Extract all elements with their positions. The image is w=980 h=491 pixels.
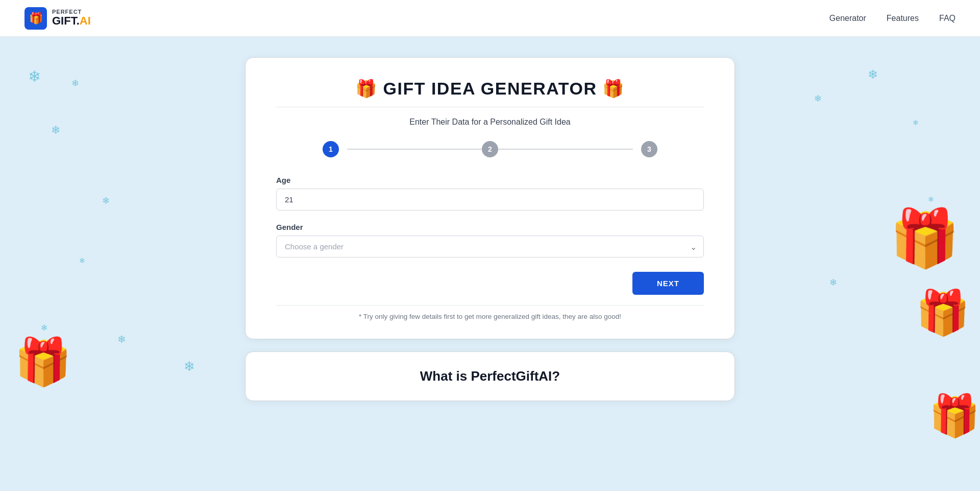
- title-emoji-right: 🎁: [602, 79, 625, 98]
- deco-gift-orange: 🎁: [890, 205, 960, 271]
- gender-select-wrap: Choose a gender Male Female Other ⌄: [276, 236, 704, 258]
- main-card: 🎁 GIFT IDEA GENERATOR 🎁 Enter Their Data…: [245, 57, 735, 339]
- nav-generator[interactable]: Generator: [829, 14, 866, 22]
- stepper: 1 2 3: [276, 141, 704, 157]
- snowflake-icon: ❄: [71, 78, 79, 89]
- snowflake-icon: ❄: [868, 67, 878, 82]
- nav-faq[interactable]: FAQ: [939, 14, 955, 22]
- snowflake-icon: ❄: [51, 124, 60, 137]
- card-footer-tip: * Try only giving few details first to g…: [276, 313, 704, 320]
- logo[interactable]: 🎁 PERFECT GIFT.AI: [24, 7, 91, 30]
- logo-gift-ai-label: GIFT.AI: [52, 15, 91, 27]
- gender-group: Gender Choose a gender Male Female Other…: [276, 223, 704, 258]
- age-label: Age: [276, 176, 704, 184]
- snowflake-icon: ❄: [829, 277, 837, 288]
- navbar: 🎁 PERFECT GIFT.AI Generator Features FAQ: [0, 0, 980, 37]
- bottom-card-title: What is PerfectGiftAI?: [276, 368, 704, 384]
- snowflake-icon: ❄: [79, 256, 85, 265]
- button-row: NEXT: [276, 272, 704, 295]
- gender-select[interactable]: Choose a gender Male Female Other: [276, 236, 704, 258]
- step-1: 1: [323, 141, 339, 157]
- deco-gift-pink-right: 🎁: [916, 287, 970, 338]
- card-title-divider: [276, 107, 704, 107]
- logo-icon: 🎁: [24, 7, 47, 30]
- title-text: GIFT IDEA GENERATOR: [383, 79, 597, 98]
- title-emoji-left: 🎁: [355, 79, 378, 98]
- snowflake-icon: ❄: [184, 359, 195, 375]
- gender-label: Gender: [276, 223, 704, 231]
- snowflake-icon: ❄: [41, 323, 47, 333]
- snowflake-icon: ❄: [102, 195, 110, 206]
- snowflake-icon: ❄: [28, 67, 41, 85]
- snowflake-icon: ❄: [928, 195, 934, 203]
- step-2: 2: [482, 141, 498, 157]
- step-3: 3: [641, 141, 657, 157]
- snowflake-icon: ❄: [814, 93, 822, 104]
- card-footer-divider: [276, 305, 704, 306]
- deco-gift-teal: 🎁: [929, 392, 980, 440]
- snowflake-icon: ❄: [913, 119, 919, 127]
- card-title: 🎁 GIFT IDEA GENERATOR 🎁: [276, 78, 704, 99]
- deco-gift-pink: 🎁: [14, 335, 71, 389]
- age-input[interactable]: [276, 189, 704, 211]
- next-button[interactable]: NEXT: [632, 272, 704, 295]
- nav-features[interactable]: Features: [887, 14, 919, 22]
- snowflake-icon: ❄: [117, 333, 126, 345]
- nav-links: Generator Features FAQ: [829, 14, 955, 23]
- age-group: Age: [276, 176, 704, 211]
- logo-text: PERFECT GIFT.AI: [52, 9, 91, 27]
- card-subtitle: Enter Their Data for a Personalized Gift…: [276, 118, 704, 127]
- bottom-card: What is PerfectGiftAI?: [245, 352, 735, 401]
- page-background: ❄ ❄ ❄ ❄ ❄ ❄ ❄ ❄ ❄ ❄ ❄ ❄ ❄ 🎁 🎁 🎁 🎁 🎁 GIFT…: [0, 37, 980, 491]
